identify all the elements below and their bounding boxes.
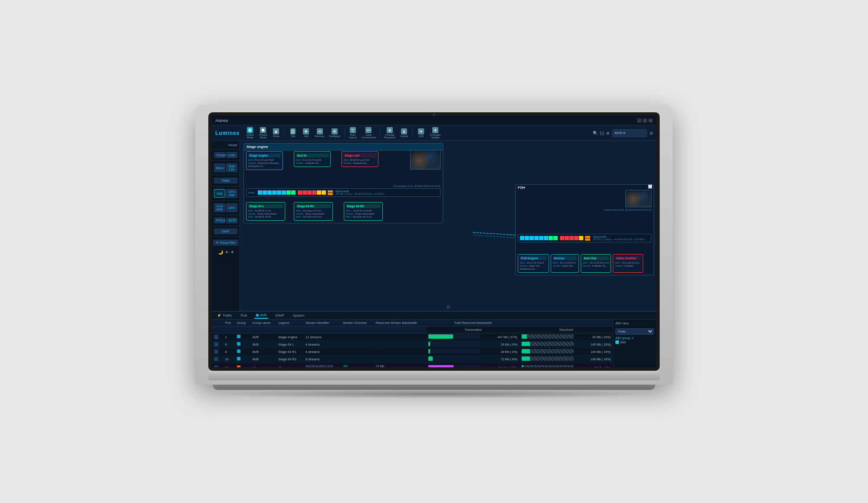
avis-in-node[interactable]: Avis In MAC 10:11:51:72:a4:32 Vendor: Au… [294,151,331,167]
cpu-load-button[interactable]: CPUload [226,189,237,198]
port-1[interactable] [258,190,262,195]
toolbar-show[interactable]: Show [270,127,282,138]
foh-port-9[interactable] [560,236,564,240]
group-filter-button[interactable]: ▼ Group Filter [213,240,238,245]
rstp-button[interactable]: RSTP [226,218,237,223]
toolbar-project-mode[interactable]: ProjectMode [257,126,269,140]
foh-port-10[interactable] [565,236,569,240]
port-7[interactable] [286,190,291,195]
ptpv2-button[interactable]: PTPv2 [214,218,225,223]
aranea-node[interactable]: Aranea MAC: 00:11:19:54:12 Vendor: Aaton… [551,254,579,273]
port-14[interactable] [322,190,326,195]
table-row[interactable]: + 10 AVB Stage 64 R2 6 streams . [212,356,613,363]
nav-avb[interactable]: AVB [254,312,268,319]
foh-port-4[interactable] [534,236,539,240]
foh-port-6[interactable] [544,236,548,240]
port-10[interactable] [302,190,307,195]
col-stream-dir[interactable]: Stream Direction [341,320,374,327]
toolbar-firmware[interactable]: FirmwareUpdate [428,126,442,140]
port-6[interactable] [282,190,286,195]
nav-traffic[interactable]: ⚡ Traffic [215,313,234,318]
light-mode-toggle[interactable]: ☀ [225,250,229,255]
stage-64-l-node[interactable]: Stage 64 L MAC: 84:95:01:7c:44 Vendor: T… [246,202,285,221]
avis-out-node[interactable]: Avis Out MAC: 00:11:19:62:01:14 Vendor: … [581,254,611,273]
table-row[interactable]: + 6 AVB Stage 64 L 4 streams . [212,341,613,348]
expand-4[interactable]: + [214,357,218,361]
port-9[interactable] [298,190,302,195]
col-legend[interactable]: Legend [276,320,303,327]
locate-icon[interactable]: ⊕ [606,131,610,135]
toolbar-remove[interactable]: Remove [313,127,326,138]
avb-sidebar-button[interactable]: AVB [214,189,225,198]
igmp-button[interactable]: IGMP [214,229,237,234]
port-13[interactable] [317,190,321,195]
zoom-icon[interactable]: 🔍 [593,131,598,135]
toolbar-unlock[interactable]: Unlock [398,127,410,138]
maximize-button[interactable]: □ [643,118,647,123]
port-isl-2[interactable] [328,193,333,195]
foh-port-1[interactable] [520,236,524,240]
nav-poe[interactable]: PoE [239,313,249,318]
block-button[interactable]: Block [214,163,225,172]
toolbar-change-password[interactable]: ChangePassword [382,126,397,140]
port-3[interactable] [267,190,272,195]
table-row[interactable]: + 1 AVB Stage engine 11 streams . [212,333,613,341]
menu-icon[interactable]: ≡ [650,130,653,136]
toolbar-online-mode[interactable]: OnlineMode [244,126,256,140]
foh-port-12[interactable] [574,236,579,240]
close-button[interactable]: × [648,118,653,123]
stage-64-r2-node[interactable]: Stage 64 R2 MAC: 20:00:70:c4:24:80 Vendo… [344,202,383,221]
search-input[interactable]: AVID A [612,129,647,137]
core-stats-button[interactable]: Corestats [214,203,225,212]
toolbar-connections[interactable]: ClearConnections [360,126,378,140]
toolbar-configure[interactable]: Configure [327,127,342,138]
foh-gigacore-strip[interactable]: GigaCore26i 192.168.1.1 (static) — 00:40… [518,234,651,242]
foh-port-8[interactable] [553,236,558,240]
nav-igmp[interactable]: IGMP [273,313,286,318]
foh-port-2[interactable] [525,236,529,240]
foh-port-isl-2[interactable] [585,238,590,241]
links-button[interactable]: Links [226,152,237,158]
toolbar-auto-layout[interactable]: AutoLayout [347,126,359,140]
expand-5[interactable]: - [214,366,218,367]
foh-port-3[interactable] [529,236,534,240]
stage-64-r1-node[interactable]: Stage 64 R1 MAC: 05:4a:9c:44:7c:01 Vendo… [294,202,333,221]
foh-port-isl-1[interactable] [585,236,590,238]
expand-3[interactable]: + [214,349,218,354]
expand-2[interactable]: + [214,342,218,346]
dark-mode-toggle[interactable]: 🌙 [218,250,223,255]
traffic-button[interactable]: Traffic [214,178,237,183]
foh-engine-node[interactable]: FOH Engine MAC: 00:11:19:73:f2:5 Vendor:… [518,254,549,273]
foh-port-5[interactable] [539,236,543,240]
port-12[interactable] [312,190,316,195]
stage-cam-node[interactable]: Stage cam MAC 20:00:70:ca:44:23 Vendor: … [342,151,378,167]
video-monitor-node[interactable]: Video monitor MAC: 00:11:a0:03:21:1 Vend… [613,254,643,273]
nav-system[interactable]: System [291,313,306,318]
minimize-button[interactable]: _ [637,118,641,123]
foh-expand-button[interactable]: ⬜ [648,185,652,189]
toolbar-file[interactable]: File [287,127,299,138]
sparkle-toggle[interactable]: ✦ [230,250,234,255]
table-row[interactable]: + 8 AVB Stage 64 R1 4 streams . [212,348,613,356]
toolbar-avb[interactable]: AVB [415,127,427,138]
avb-view-select[interactable]: Ports Streams [615,328,654,335]
foh-port-7[interactable] [549,236,553,240]
col-group[interactable]: Group [235,320,250,327]
foh-port-13[interactable] [579,236,583,240]
foh-port-11[interactable] [569,236,574,240]
port-4[interactable] [272,190,276,195]
multilink-button[interactable]: MultiLink [226,163,237,172]
port-isl-1[interactable] [328,190,333,193]
port-2[interactable] [263,190,267,195]
expand-1[interactable]: + [214,335,218,339]
table-row[interactable]: - 25 ISL ISL 20c3:8f:2a:09:ec:1f:01 20c3 [212,363,613,368]
minimize-view-icon[interactable]: [-] [600,131,604,135]
stage-engine-node[interactable]: Stage engine MAC 00:11:52:a6:78:94 Vendo… [246,151,283,170]
col-group-name[interactable]: Group name [250,320,276,327]
groups-button[interactable]: Groups [214,152,225,158]
port-11[interactable] [307,190,312,195]
port-8[interactable] [291,190,296,195]
toolbar-add[interactable]: Add [300,127,312,138]
col-bandwidth[interactable]: Reserved Stream Bandwidth [374,320,427,327]
gpo-button[interactable]: GPO [226,203,237,212]
